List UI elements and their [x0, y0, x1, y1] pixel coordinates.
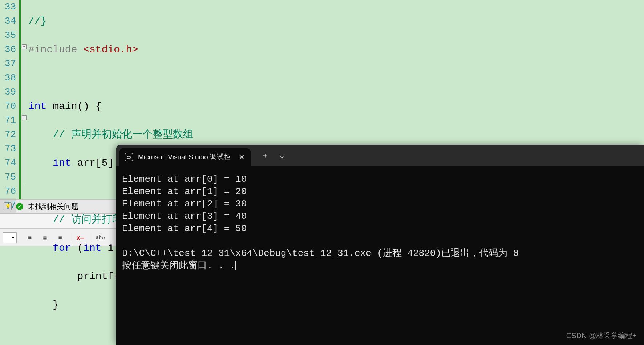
lightbulb-icon[interactable]: 💡	[4, 202, 12, 210]
indent-left-icon[interactable]: ≡	[23, 232, 37, 244]
fold-toggle-icon[interactable]: −	[22, 44, 27, 49]
terminal-cursor	[235, 261, 236, 270]
line-number: 73	[0, 142, 16, 156]
line-number: 33	[0, 0, 16, 14]
code-text: printf(	[77, 271, 120, 282]
ab-replace-icon[interactable]: ab↻	[93, 232, 107, 244]
output-line: 按任意键关闭此窗口. . .	[122, 260, 235, 271]
status-text: 未找到相关问题	[28, 202, 78, 212]
terminal-output[interactable]: Element at arr[0] = 10 Element at arr[1]…	[116, 166, 644, 345]
separator	[20, 233, 20, 243]
terminal-tab[interactable]: c:\ Microsoft Visual Studio 调试控 ✕	[119, 148, 251, 166]
line-number: 75	[0, 170, 16, 184]
line-number-gutter: 33 34 35 36 37 38 39 70 71 72 73 74 75 7…	[0, 0, 21, 199]
line-number: 36	[0, 43, 16, 57]
line-number: 38	[0, 71, 16, 85]
preprocessor: #include	[28, 44, 83, 55]
include-path: <stdio.h>	[83, 44, 138, 55]
separator	[70, 233, 70, 243]
indent-center-icon[interactable]: ≣	[38, 232, 52, 244]
chevron-down-icon[interactable]: ⌄	[280, 151, 284, 160]
line-number: 37	[0, 57, 16, 71]
keyword: for	[53, 242, 71, 254]
line-number: 76	[0, 184, 16, 198]
indent-right-icon[interactable]: ≡	[53, 232, 67, 244]
fold-column: − −	[21, 0, 28, 199]
line-number: 74	[0, 156, 16, 170]
comment: // 声明并初始化一个整型数组	[53, 129, 193, 140]
comment: //}	[28, 16, 46, 27]
line-number: 70	[0, 99, 16, 113]
check-icon: ✓	[16, 203, 23, 210]
toolbar-dropdown[interactable]: ▾	[3, 232, 17, 243]
chevron-down-icon: ▾	[11, 234, 15, 241]
terminal-tab-title: Microsoft Visual Studio 调试控	[138, 152, 231, 162]
new-tab-icon[interactable]: ＋	[262, 151, 269, 160]
console-icon: c:\	[125, 153, 133, 161]
line-number: 35	[0, 28, 16, 43]
debug-console-window[interactable]: c:\ Microsoft Visual Studio 调试控 ✕ ＋ ⌄ El…	[116, 145, 644, 345]
line-number: 39	[0, 85, 16, 99]
code-text: }	[53, 299, 59, 310]
output-line: Element at arr[4] = 50	[122, 223, 247, 234]
output-line: Element at arr[2] = 30	[122, 198, 247, 209]
watermark: CSDN @林采学编程+	[566, 331, 637, 341]
output-line: D:\C\C++\test_12_31\x64\Debug\test_12_31…	[122, 248, 519, 259]
line-number: 34	[0, 14, 16, 28]
code-text: (	[71, 242, 84, 254]
output-line: Element at arr[3] = 40	[122, 211, 247, 222]
line-number: 72	[0, 128, 16, 142]
line-number: 71	[0, 113, 16, 128]
fold-toggle-icon[interactable]: −	[22, 115, 27, 120]
separator	[90, 233, 90, 243]
strikethrough-icon[interactable]: x̶	[73, 232, 87, 244]
code-text: main() {	[46, 101, 101, 112]
keyword: int	[83, 242, 101, 254]
output-line: Element at arr[0] = 10	[122, 174, 247, 185]
terminal-tabbar: c:\ Microsoft Visual Studio 调试控 ✕ ＋ ⌄	[116, 145, 644, 166]
output-line: Element at arr[1] = 20	[122, 186, 247, 197]
close-icon[interactable]: ✕	[239, 153, 245, 161]
keyword: int	[53, 157, 71, 169]
keyword: int	[28, 101, 46, 112]
